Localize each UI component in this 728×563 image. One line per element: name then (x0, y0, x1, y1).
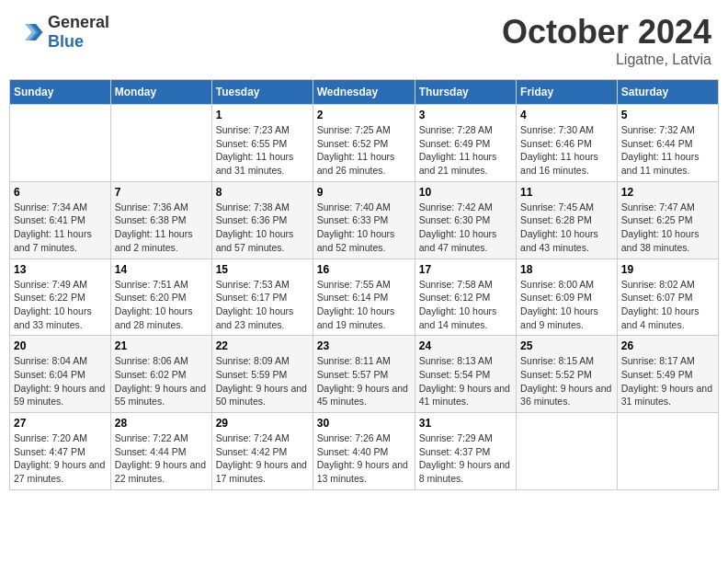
day-number: 27 (14, 417, 107, 430)
calendar-cell: 24Sunrise: 8:13 AMSunset: 5:54 PMDayligh… (415, 336, 516, 413)
calendar-cell: 27Sunrise: 7:20 AMSunset: 4:47 PMDayligh… (10, 413, 111, 490)
day-number: 23 (317, 339, 411, 352)
month-title: October 2024 (502, 13, 711, 52)
page-header: General Blue October 2024 Ligatne, Latvi… (9, 9, 719, 72)
day-info: Sunrise: 7:25 AMSunset: 6:52 PMDaylight:… (317, 123, 411, 178)
calendar-cell: 16Sunrise: 7:55 AMSunset: 6:14 PMDayligh… (313, 259, 415, 336)
day-number: 29 (216, 417, 309, 430)
day-number: 6 (14, 186, 107, 199)
calendar-cell: 3Sunrise: 7:28 AMSunset: 6:49 PMDaylight… (415, 105, 516, 182)
calendar-cell: 10Sunrise: 7:42 AMSunset: 6:30 PMDayligh… (415, 181, 516, 259)
day-number: 13 (14, 263, 107, 276)
calendar-table: SundayMondayTuesdayWednesdayThursdayFrid… (9, 79, 719, 490)
day-info: Sunrise: 8:13 AMSunset: 5:54 PMDaylight:… (419, 354, 512, 408)
day-info: Sunrise: 7:24 AMSunset: 4:42 PMDaylight:… (216, 431, 309, 486)
calendar-cell: 13Sunrise: 7:49 AMSunset: 6:22 PMDayligh… (10, 259, 111, 336)
calendar-cell: 7Sunrise: 7:36 AMSunset: 6:38 PMDaylight… (110, 181, 211, 259)
day-number: 8 (216, 186, 309, 199)
day-info: Sunrise: 7:30 AMSunset: 6:46 PMDaylight:… (520, 123, 613, 178)
day-info: Sunrise: 7:49 AMSunset: 6:22 PMDaylight:… (14, 278, 107, 332)
calendar-week-row: 13Sunrise: 7:49 AMSunset: 6:22 PMDayligh… (10, 259, 719, 336)
logo: General Blue (17, 13, 109, 52)
calendar-cell: 8Sunrise: 7:38 AMSunset: 6:36 PMDaylight… (211, 181, 313, 259)
calendar-cell: 21Sunrise: 8:06 AMSunset: 6:02 PMDayligh… (110, 336, 211, 413)
day-info: Sunrise: 7:26 AMSunset: 4:40 PMDaylight:… (317, 431, 411, 486)
day-number: 24 (419, 339, 512, 352)
calendar-cell: 5Sunrise: 7:32 AMSunset: 6:44 PMDaylight… (617, 105, 718, 182)
day-number: 17 (419, 263, 512, 276)
day-number: 4 (520, 109, 613, 121)
day-number: 21 (115, 339, 208, 352)
day-info: Sunrise: 7:36 AMSunset: 6:38 PMDaylight:… (115, 201, 208, 255)
column-header-saturday: Saturday (617, 80, 718, 105)
day-info: Sunrise: 7:45 AMSunset: 6:28 PMDaylight:… (520, 201, 613, 255)
calendar-cell: 20Sunrise: 8:04 AMSunset: 6:04 PMDayligh… (10, 336, 111, 413)
calendar-cell: 29Sunrise: 7:24 AMSunset: 4:42 PMDayligh… (211, 413, 313, 490)
location-subtitle: Ligatne, Latvia (502, 52, 711, 68)
calendar-week-row: 1Sunrise: 7:23 AMSunset: 6:55 PMDaylight… (10, 105, 719, 182)
day-info: Sunrise: 7:28 AMSunset: 6:49 PMDaylight:… (419, 123, 512, 178)
calendar-cell: 23Sunrise: 8:11 AMSunset: 5:57 PMDayligh… (313, 336, 415, 413)
logo-blue-text: Blue (48, 32, 109, 52)
day-number: 25 (520, 339, 613, 352)
calendar-cell: 1Sunrise: 7:23 AMSunset: 6:55 PMDaylight… (211, 105, 313, 182)
day-info: Sunrise: 7:22 AMSunset: 4:44 PMDaylight:… (115, 431, 208, 486)
calendar-cell: 6Sunrise: 7:34 AMSunset: 6:41 PMDaylight… (10, 181, 111, 259)
day-info: Sunrise: 8:17 AMSunset: 5:49 PMDaylight:… (621, 354, 714, 408)
day-number: 19 (621, 263, 714, 276)
calendar-cell: 26Sunrise: 8:17 AMSunset: 5:49 PMDayligh… (617, 336, 718, 413)
calendar-cell: 31Sunrise: 7:29 AMSunset: 4:37 PMDayligh… (415, 413, 516, 490)
day-number: 15 (216, 263, 309, 276)
column-header-sunday: Sunday (10, 80, 111, 105)
day-info: Sunrise: 7:42 AMSunset: 6:30 PMDaylight:… (419, 201, 512, 255)
day-number: 28 (115, 417, 208, 430)
day-number: 12 (621, 186, 714, 199)
logo-icon (17, 18, 44, 46)
calendar-cell: 2Sunrise: 7:25 AMSunset: 6:52 PMDaylight… (313, 105, 415, 182)
calendar-cell: 15Sunrise: 7:53 AMSunset: 6:17 PMDayligh… (211, 259, 313, 336)
calendar-cell: 22Sunrise: 8:09 AMSunset: 5:59 PMDayligh… (211, 336, 313, 413)
column-header-monday: Monday (110, 80, 211, 105)
calendar-cell: 4Sunrise: 7:30 AMSunset: 6:46 PMDaylight… (517, 105, 618, 182)
day-info: Sunrise: 8:00 AMSunset: 6:09 PMDaylight:… (520, 278, 613, 332)
day-number: 9 (317, 186, 411, 199)
logo-general-text: General (48, 13, 109, 32)
day-info: Sunrise: 7:20 AMSunset: 4:47 PMDaylight:… (14, 431, 107, 486)
day-info: Sunrise: 7:53 AMSunset: 6:17 PMDaylight:… (216, 278, 309, 332)
calendar-week-row: 20Sunrise: 8:04 AMSunset: 6:04 PMDayligh… (10, 336, 719, 413)
day-number: 18 (520, 263, 613, 276)
calendar-cell: 25Sunrise: 8:15 AMSunset: 5:52 PMDayligh… (517, 336, 618, 413)
day-info: Sunrise: 8:11 AMSunset: 5:57 PMDaylight:… (317, 354, 411, 408)
calendar-cell: 11Sunrise: 7:45 AMSunset: 6:28 PMDayligh… (517, 181, 618, 259)
calendar-week-row: 27Sunrise: 7:20 AMSunset: 4:47 PMDayligh… (10, 413, 719, 490)
day-number: 14 (115, 263, 208, 276)
day-number: 7 (115, 186, 208, 199)
day-info: Sunrise: 7:32 AMSunset: 6:44 PMDaylight:… (621, 123, 714, 178)
calendar-cell: 9Sunrise: 7:40 AMSunset: 6:33 PMDaylight… (313, 181, 415, 259)
calendar-cell (517, 413, 618, 490)
day-number: 5 (621, 109, 714, 121)
day-number: 30 (317, 417, 411, 430)
day-number: 20 (14, 339, 107, 352)
calendar-cell: 19Sunrise: 8:02 AMSunset: 6:07 PMDayligh… (617, 259, 718, 336)
day-number: 16 (317, 263, 411, 276)
day-number: 10 (419, 186, 512, 199)
day-info: Sunrise: 7:47 AMSunset: 6:25 PMDaylight:… (621, 201, 714, 255)
day-info: Sunrise: 7:23 AMSunset: 6:55 PMDaylight:… (216, 123, 309, 178)
column-header-tuesday: Tuesday (211, 80, 313, 105)
day-info: Sunrise: 8:06 AMSunset: 6:02 PMDaylight:… (115, 354, 208, 408)
day-info: Sunrise: 8:09 AMSunset: 5:59 PMDaylight:… (216, 354, 309, 408)
calendar-cell (617, 413, 718, 490)
calendar-cell: 14Sunrise: 7:51 AMSunset: 6:20 PMDayligh… (110, 259, 211, 336)
column-header-friday: Friday (517, 80, 618, 105)
calendar-cell: 30Sunrise: 7:26 AMSunset: 4:40 PMDayligh… (313, 413, 415, 490)
day-number: 3 (419, 109, 512, 121)
day-number: 11 (520, 186, 613, 199)
day-info: Sunrise: 7:40 AMSunset: 6:33 PMDaylight:… (317, 201, 411, 255)
day-number: 26 (621, 339, 714, 352)
day-number: 31 (419, 417, 512, 430)
day-info: Sunrise: 7:51 AMSunset: 6:20 PMDaylight:… (115, 278, 208, 332)
day-info: Sunrise: 7:58 AMSunset: 6:12 PMDaylight:… (419, 278, 512, 332)
calendar-week-row: 6Sunrise: 7:34 AMSunset: 6:41 PMDaylight… (10, 181, 719, 259)
calendar-cell (110, 105, 211, 182)
